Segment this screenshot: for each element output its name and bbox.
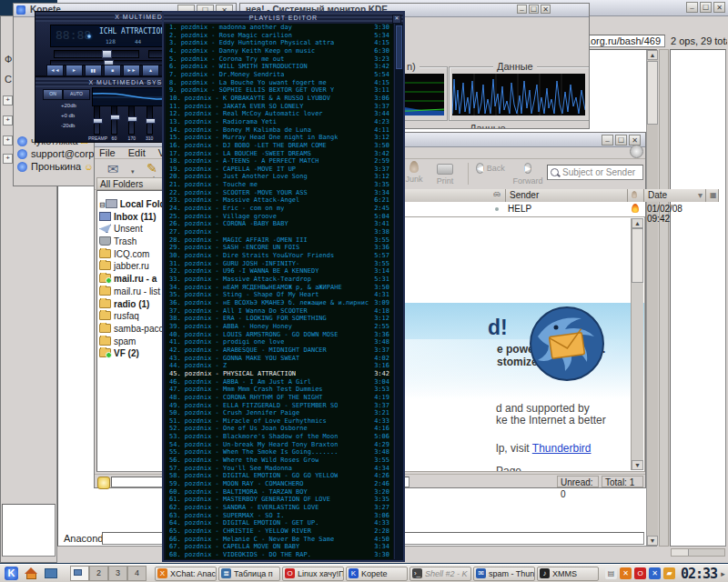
folder-pane-header[interactable]: All Folders — [96, 177, 170, 190]
scrollbar-thumb[interactable] — [647, 61, 658, 125]
folder-row[interactable]: Inbox (11) — [99, 211, 169, 224]
task-button[interactable]: X XChat: Anac — [155, 567, 217, 581]
col-junk-icon[interactable] — [628, 189, 644, 202]
chat-scrollbar[interactable]: ▲ ▼ — [646, 50, 658, 546]
scroll-down-icon[interactable]: ▼ — [632, 460, 643, 470]
search-input[interactable]: Subject or Sender — [547, 165, 643, 180]
playlist-row[interactable]: 16. pozdnix - DJ BOBO -LET THE DREAM COM… — [166, 142, 393, 150]
transport-button[interactable]: ◄◄ — [46, 65, 64, 76]
menu-letter-2[interactable]: С — [5, 74, 12, 85]
playlist-row[interactable]: 5. pozdnix - Corona Try me out3:23 — [166, 55, 393, 64]
playlist-row[interactable]: 61. pozdnix - MASTERBOY GENERATION OF LO… — [166, 496, 393, 504]
folder-row[interactable]: Unsent — [99, 223, 169, 236]
folder-row[interactable]: ICQ.com — [99, 248, 169, 261]
task-button[interactable]: K Kopete — [346, 567, 408, 581]
eq-on-button[interactable]: ON — [43, 89, 63, 100]
close-icon[interactable]: ✕ — [713, 2, 725, 13]
menu-letter-1[interactable]: Ф — [5, 54, 12, 65]
tree-expander-icon[interactable]: + — [3, 95, 13, 105]
pager-desktop[interactable]: 4 — [127, 566, 147, 581]
minimize-icon[interactable]: – — [686, 2, 698, 13]
playlist-row[interactable]: 2. pozdnix - Rose Magic carilion5:34 — [166, 32, 393, 40]
playlist-row[interactable]: 24. pozdnix - Eric - com on my2:45 — [166, 205, 393, 213]
message-junk-icon[interactable] — [632, 204, 639, 213]
eq-band-thumb[interactable] — [110, 115, 120, 120]
playlist-row[interactable]: 48. pozdnix - CORONA RHYTHM OF THE NIGHT… — [166, 394, 393, 402]
column-picker-icon[interactable]: ▦ — [706, 189, 719, 202]
message-date[interactable]: 01/02/08 09:42 — [647, 204, 682, 224]
thunderbird-link[interactable]: Thunderbird — [532, 442, 592, 455]
menu-file[interactable]: File — [99, 147, 116, 158]
playlist-row[interactable]: 34. pozdnix - нЕАМ ЯСДЕНВыНЕАМОЖ р, & аЖ… — [166, 284, 393, 292]
playlist-row[interactable]: 60. pozdnix - BALTIMORA - TARZAN BOY3:20 — [166, 488, 393, 497]
kmenu-icon[interactable]: K — [5, 567, 18, 580]
playlist-row[interactable]: 23. pozdnix - Massive Attack-Angel6:21 — [166, 196, 393, 205]
transport-button[interactable]: ■ — [104, 65, 121, 76]
col-glasses-icon[interactable]: 👓︎ — [490, 189, 506, 202]
playlist-row[interactable]: 52. pozdnix - One of Us Joan Osborne4:16 — [166, 425, 393, 433]
playlist-row[interactable]: 45. pozdnix - PHYSICAL ATTRACTION3:42 — [166, 370, 393, 378]
scrollbar-thumb[interactable] — [396, 25, 402, 69]
scroll-up-icon[interactable]: ▲ — [647, 50, 658, 60]
eq-band[interactable]: 60 — [106, 105, 122, 141]
playlist-row[interactable]: 9. pozdnix - SOPHIE ELLIS BEXTOR GET OVE… — [166, 86, 393, 95]
playlist-row[interactable]: 66. pozdnix - Melanie C - Never Be The S… — [166, 536, 393, 544]
playlist-row[interactable]: 59. pozdnix - MOON RAY - COMANCHERO2:46 — [166, 480, 393, 488]
home-icon[interactable] — [25, 567, 38, 580]
pager-desktop[interactable]: 2 — [89, 566, 108, 581]
playlist-row[interactable]: 63. pozdnix - SUPERMAX - SO I.3:06 — [166, 512, 393, 520]
playlist-row[interactable]: 15. pozdnix - Murray Head One night in B… — [166, 134, 393, 142]
playlist-row[interactable]: 8. pozdnix - La Bouche Yo uwant fogert m… — [166, 79, 393, 87]
scroll-up-icon[interactable]: ▲ — [632, 218, 643, 228]
playlist-row[interactable]: 47. pozdnix - Mmm Mmm Crash Test Dummies… — [166, 386, 393, 394]
transport-button[interactable]: ▮▮ — [85, 65, 102, 76]
playlist-row[interactable]: 1. pozdnix - madonna another day3:30 — [166, 24, 393, 32]
left-panel-text-area[interactable] — [2, 504, 56, 557]
playlist-row[interactable]: 37. pozdnix - All I Wanna Do SCOOTER4:18 — [166, 307, 393, 316]
eq-band[interactable]: PREAMP — [88, 105, 105, 141]
eq-band-thumb[interactable] — [127, 116, 137, 122]
clock[interactable]: 02:33 — [681, 566, 717, 582]
playlist-row[interactable]: 14. pozdnix - Boney M Kalimba de Luna4:1… — [166, 126, 393, 135]
tray-icon[interactable]: O — [634, 567, 646, 579]
volume-thumb[interactable] — [102, 50, 112, 58]
volume-slider[interactable] — [54, 50, 139, 58]
playlist-row[interactable]: 33. pozdnix - Massive Attack-Teardrop5:3… — [166, 276, 393, 284]
transport-button[interactable]: ► — [66, 65, 83, 76]
task-button[interactable]: O Linux хачу!П — [282, 567, 344, 581]
playlist-row[interactable]: 58. pozdnix - DIGITAL EMOTION - GO GO YE… — [166, 472, 393, 480]
forward-button[interactable]: ▶ Forward — [510, 161, 546, 186]
scrollbar-thumb[interactable] — [632, 228, 643, 283]
eq-band-thumb[interactable] — [93, 118, 103, 124]
back-button[interactable]: ◀ Back — [475, 161, 506, 176]
transport-button[interactable]: ▲ — [142, 65, 159, 76]
playlist-row[interactable]: 57. pozdnix - You'll See Madonna4:34 — [166, 465, 393, 473]
print-button[interactable]: Print — [430, 161, 460, 186]
playlist-scrollbar[interactable] — [394, 24, 403, 559]
xchat-user-list[interactable] — [670, 49, 726, 547]
time-display[interactable]: 88:88 — [56, 28, 91, 42]
tree-expander-icon[interactable]: + — [3, 154, 13, 164]
read-status-icon[interactable] — [495, 207, 499, 211]
konqueror-icon[interactable] — [45, 568, 57, 578]
folder-row[interactable]: ⊟Local Folders — [99, 198, 169, 211]
playlist-row[interactable]: 17. pozdnix - LA BOUCHE -SWEET DREAMS3:4… — [166, 150, 393, 158]
eq-auto-button[interactable]: AUTO — [63, 89, 90, 100]
eq-band[interactable]: 310 — [141, 105, 157, 141]
playlist-row[interactable]: 10. pozdnix - K ORBAKAYTE & A RUSSO LYUB… — [166, 95, 393, 103]
maximize-icon[interactable]: ☐ — [529, 5, 539, 14]
playlist-row[interactable]: 51. pozdnix - Miracle of Love Eurhythmic… — [166, 417, 393, 426]
playlist-row[interactable]: 67. pozdnix - CAPELLA MOVE ON BABY3:34 — [166, 543, 393, 551]
message-sender[interactable]: HELP — [508, 204, 531, 214]
playlist-row[interactable]: 40. pozdnix - LOUIS ARMSTRONG - GO DOWN … — [166, 331, 393, 339]
playlist-row[interactable]: 46. pozdnix - ABBA - I Am Just A Girl3:0… — [166, 378, 393, 386]
minimize-icon[interactable]: – — [602, 135, 613, 146]
userlist-hscrollbar[interactable] — [671, 548, 725, 557]
pager-desktop[interactable]: 3 — [108, 566, 127, 581]
transport-button[interactable]: ►► — [123, 65, 140, 76]
playlist-row[interactable]: 29. pozdnix - SASH -ENCORE UN FOIS3:36 — [166, 244, 393, 252]
task-button[interactable]: ≣ Таблица п — [218, 567, 280, 581]
task-button[interactable]: ♪ XMMS — [537, 567, 599, 581]
userlist-scrollbar[interactable] — [659, 49, 669, 547]
folder-row[interactable]: jabber.ru — [99, 260, 169, 273]
